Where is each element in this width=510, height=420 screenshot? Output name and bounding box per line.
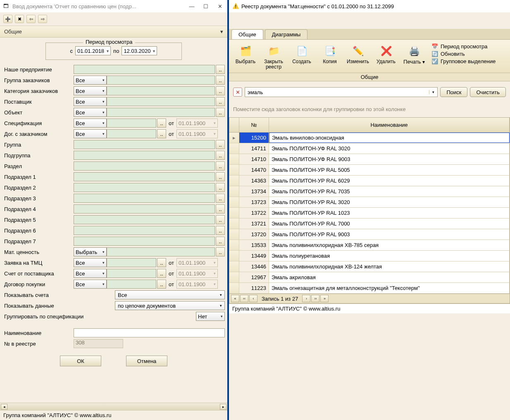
toolbar-btn-1[interactable]: ➕ xyxy=(3,15,12,23)
value-field[interactable] xyxy=(74,172,215,181)
ribbon-refresh[interactable]: 🔄Обновить xyxy=(431,50,496,57)
close-button[interactable]: ✕ xyxy=(216,3,224,9)
toolbar-btn-2[interactable]: ✖ xyxy=(15,15,24,23)
value-field[interactable] xyxy=(107,86,215,95)
left-section-header[interactable]: Общие ▾ xyxy=(0,26,227,38)
lookup-button[interactable]: .. xyxy=(216,204,225,214)
filter-select[interactable]: Все▾ xyxy=(74,76,107,85)
cancel-button[interactable]: Отмена xyxy=(126,356,167,366)
value-field[interactable] xyxy=(107,108,215,117)
lookup-button[interactable]: .. xyxy=(216,97,225,106)
nav-first[interactable]: « xyxy=(231,295,239,302)
lookup-button[interactable]: .. xyxy=(216,161,225,171)
filter-select[interactable]: Все▾ xyxy=(74,129,107,138)
nav-last[interactable]: » xyxy=(320,295,329,302)
lookup-button[interactable]: .. xyxy=(216,172,225,181)
lookup-button[interactable]: .. xyxy=(216,65,225,74)
lookup-button[interactable]: .. xyxy=(157,119,166,128)
value-field[interactable] xyxy=(107,97,215,106)
value-field[interactable] xyxy=(74,65,215,74)
tab-diagrams[interactable]: Диаграммы xyxy=(265,29,308,39)
table-row[interactable]: 14470Эмаль ПОЛИТОН-УР RAL 5005 xyxy=(229,165,510,176)
filter-select[interactable]: Все▾ xyxy=(74,269,107,278)
value-field[interactable] xyxy=(107,76,215,85)
nav-nextpage[interactable]: ›› xyxy=(311,295,319,302)
lookup-button[interactable]: .. xyxy=(216,108,225,117)
chevron-down-icon[interactable]: ▾ xyxy=(429,90,437,94)
nav-next[interactable]: › xyxy=(302,295,310,302)
lookup-button[interactable]: .. xyxy=(216,140,225,149)
value-field[interactable] xyxy=(74,194,215,203)
filter-select[interactable]: Все▾ xyxy=(74,86,107,95)
ribbon-delete[interactable]: ❌Удалить xyxy=(373,42,399,73)
period-to-input[interactable]: 12.03.2020▾ xyxy=(122,46,157,55)
scroll-right-icon[interactable]: ▸ xyxy=(220,404,226,410)
lookup-button[interactable]: .. xyxy=(157,269,166,278)
filter-select[interactable]: Все▾ xyxy=(74,280,107,289)
table-row[interactable]: 13449Эмаль полиуретановая xyxy=(229,251,510,261)
filter-select[interactable]: Все▾ xyxy=(74,97,107,106)
table-row[interactable]: 14710Эмаль ПОЛИТОН-УФ RAL 9003 xyxy=(229,154,510,165)
value-field[interactable] xyxy=(74,183,215,192)
table-row[interactable]: 12967Эмаль акриловая xyxy=(229,272,510,283)
table-row[interactable]: 13533Эмаль поливинилхлоридная ХВ-785 сер… xyxy=(229,240,510,251)
horizontal-scrollbar[interactable]: ◂ ▸ xyxy=(0,403,227,410)
tab-common[interactable]: Общие xyxy=(231,29,263,39)
ok-button[interactable]: ОК xyxy=(60,356,101,366)
col-no[interactable]: № xyxy=(239,118,269,132)
value-field[interactable] xyxy=(74,204,215,214)
table-row[interactable]: 11223Эмаль огнезащитная для металлоконст… xyxy=(229,283,510,294)
ribbon-group-select[interactable]: ☑️Групповое выделение xyxy=(431,58,496,64)
minimize-button[interactable]: — xyxy=(188,3,196,9)
lookup-button[interactable]: .. xyxy=(216,86,225,95)
table-row[interactable]: ▸15200Эмаль винилово-эпоксидная xyxy=(229,133,510,143)
table-row[interactable]: 14711Эмаль ПОЛИТОН-УФ RAL 3020 xyxy=(229,143,510,154)
value-field[interactable] xyxy=(74,215,215,224)
lookup-button[interactable]: .. xyxy=(157,129,166,138)
value-field[interactable] xyxy=(74,226,215,235)
clear-button[interactable]: Очистить xyxy=(470,87,506,97)
lookup-button[interactable]: .. xyxy=(216,215,225,224)
ribbon-edit[interactable]: ✏️Изменить xyxy=(345,42,371,73)
ribbon-period[interactable]: 📅Период просмотра xyxy=(431,43,496,50)
lookup-button[interactable]: .. xyxy=(216,247,225,256)
lookup-button[interactable]: .. xyxy=(157,280,166,289)
value-field[interactable] xyxy=(74,140,215,149)
col-selector[interactable] xyxy=(229,118,239,132)
value-field[interactable] xyxy=(107,269,156,278)
nav-prev[interactable]: ‹ xyxy=(249,295,257,302)
table-row[interactable]: 13734Эмаль ПОЛИТОН-УР RAL 7035 xyxy=(229,186,510,197)
table-row[interactable]: 13721Эмаль ПОЛИТОН-УР RAL 7000 xyxy=(229,218,510,229)
table-row[interactable]: 13722Эмаль ПОЛИТОН-УР RAL 1023 xyxy=(229,208,510,218)
table-row[interactable]: 13446Эмаль поливинилхлоридная ХВ-124 жел… xyxy=(229,261,510,272)
value-field[interactable] xyxy=(74,237,215,246)
filter-select[interactable]: Все▾ xyxy=(74,258,107,267)
lookup-button[interactable]: .. xyxy=(216,194,225,203)
ribbon-copy[interactable]: 📑Копия xyxy=(317,42,343,73)
lookup-button[interactable]: .. xyxy=(216,151,225,160)
lookup-button[interactable]: .. xyxy=(157,258,166,267)
show-data-select[interactable]: по цепочке документов▾ xyxy=(115,301,225,310)
show-accounts-select[interactable]: Все▾ xyxy=(115,290,225,299)
value-field[interactable] xyxy=(74,161,215,171)
filter-select[interactable]: Выбрать▾ xyxy=(74,247,107,256)
table-row[interactable]: 13720Эмаль ПОЛИТОН-УР RAL 9003 xyxy=(229,229,510,240)
clear-search-icon[interactable]: ✕ xyxy=(233,88,242,97)
ribbon-print[interactable]: 🖨️Печать ▾ xyxy=(401,42,427,73)
value-field[interactable] xyxy=(107,119,156,128)
nav-prevpage[interactable]: ‹‹ xyxy=(240,295,248,302)
group-by-spec-select[interactable]: Нет▾ xyxy=(196,312,225,321)
scroll-left-icon[interactable]: ◂ xyxy=(1,404,7,410)
ribbon-close[interactable]: 📁Закрыть реестр xyxy=(260,42,287,73)
col-name[interactable]: Наименование xyxy=(269,118,510,132)
table-row[interactable]: 13723Эмаль ПОЛИТОН-УР RAL 3020 xyxy=(229,197,510,208)
toolbar-btn-3[interactable]: ⇦ xyxy=(26,15,36,23)
filter-select[interactable]: Все▾ xyxy=(74,119,107,128)
lookup-button[interactable]: .. xyxy=(216,76,225,85)
table-row[interactable]: 14363Эмаль ПОЛИТОН-УР RAL 6029 xyxy=(229,176,510,186)
filter-select[interactable]: Все▾ xyxy=(74,108,107,117)
value-field[interactable] xyxy=(107,280,156,289)
search-input[interactable] xyxy=(245,89,429,95)
ribbon-select[interactable]: 🗂️Выбрать xyxy=(232,42,259,73)
toolbar-btn-4[interactable]: ⇨ xyxy=(38,15,47,23)
